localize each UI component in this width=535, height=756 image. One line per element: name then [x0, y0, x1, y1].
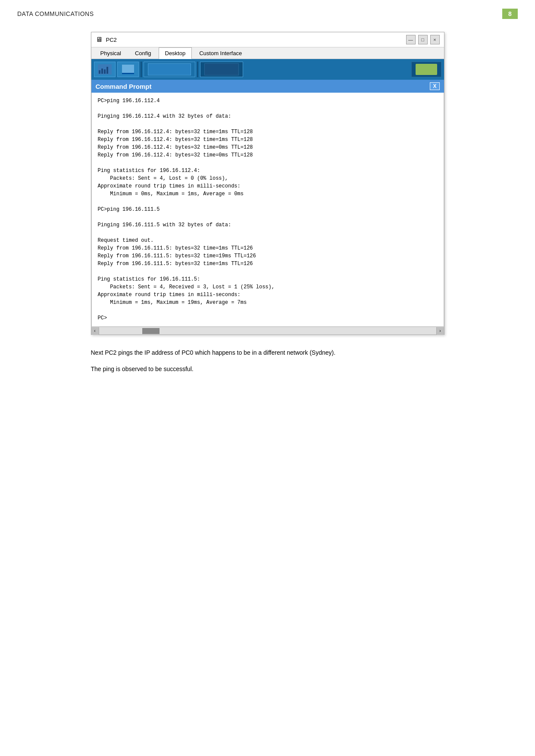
page-title: DATA COMMUNICATIONS	[17, 10, 94, 17]
tab-custom-interface[interactable]: Custom Interface	[193, 47, 248, 59]
cmd-line: Minimum = 1ms, Maximum = 19ms, Average =…	[98, 299, 438, 306]
title-bar-left: 🖥 PC2	[96, 36, 117, 44]
toolbar-divider-2	[197, 62, 198, 77]
toolbar-end	[411, 62, 441, 77]
cmd-line	[98, 198, 438, 206]
command-prompt-close[interactable]: X	[430, 82, 439, 90]
cmd-line: Approximate round trip times in milli-se…	[98, 182, 438, 190]
cmd-line: Packets: Sent = 4, Lost = 0 (0% loss),	[98, 175, 438, 182]
cmd-line: PC>ping 196.16.112.4	[98, 97, 438, 105]
page-header: DATA COMMUNICATIONS 8	[17, 9, 518, 19]
cmd-line: Reply from 196.16.111.5: bytes=32 time=1…	[98, 260, 438, 268]
command-prompt-body[interactable]: PC>ping 196.16.112.4 Pinging 196.16.112.…	[91, 93, 444, 327]
cmd-line: Ping statistics for 196.16.112.4:	[98, 167, 438, 175]
cmd-line: Pinging 196.16.112.4 with 32 bytes of da…	[98, 112, 438, 120]
cmd-line: PC>ping 196.16.111.5	[98, 206, 438, 213]
paragraph-1: Next PC2 pings the IP address of PC0 whi…	[91, 348, 444, 358]
bottom-scrollbar[interactable]: ‹ ›	[91, 327, 444, 334]
cmd-line	[98, 159, 438, 167]
cmd-line: Reply from 196.16.112.4: bytes=32 time=0…	[98, 144, 438, 151]
cmd-line	[98, 120, 438, 128]
cmd-line: Reply from 196.16.111.5: bytes=32 time=1…	[98, 252, 438, 260]
page-number: 8	[502, 9, 518, 19]
tab-desktop[interactable]: Desktop	[159, 47, 192, 59]
cmd-line: Reply from 196.16.112.4: bytes=32 time=1…	[98, 136, 438, 144]
toolbar-divider	[141, 62, 142, 77]
toolbar-btn-2[interactable]	[117, 62, 139, 77]
toolbar-middle	[144, 62, 195, 77]
cmd-line: Reply from 196.16.111.5: bytes=32 time=1…	[98, 244, 438, 252]
toolbar-btn-1[interactable]	[94, 62, 116, 77]
window-controls: — □ ×	[406, 35, 440, 44]
cmd-line: Reply from 196.16.112.4: bytes=32 time=1…	[98, 128, 438, 136]
cmd-line	[98, 213, 438, 221]
command-prompt-container: Command Prompt X PC>ping 196.16.112.4 Pi…	[91, 80, 444, 327]
cmd-line: Approximate round trip times in milli-se…	[98, 291, 438, 299]
cmd-line: PC>	[98, 314, 438, 322]
maximize-button[interactable]: □	[418, 35, 428, 44]
tab-bar: Physical Config Desktop Custom Interface	[91, 47, 444, 59]
cmd-line: Reply from 196.16.112.4: bytes=32 time=0…	[98, 151, 438, 159]
tab-physical[interactable]: Physical	[94, 47, 128, 59]
minimize-button[interactable]: —	[406, 35, 416, 44]
scroll-right-button[interactable]: ›	[436, 327, 444, 335]
close-button[interactable]: ×	[430, 35, 440, 44]
scroll-track[interactable]	[99, 327, 436, 334]
title-bar: 🖥 PC2 — □ ×	[91, 32, 444, 47]
simulator-window: 🖥 PC2 — □ × Physical Config Desktop Cust…	[91, 32, 444, 335]
cmd-line: Ping statistics for 196.16.111.5:	[98, 275, 438, 283]
cmd-line	[98, 268, 438, 275]
paragraph-2: The ping is observed to be successful.	[91, 364, 444, 375]
command-prompt-title: Command Prompt	[96, 83, 152, 90]
toolbar-right	[200, 62, 243, 77]
scroll-left-button[interactable]: ‹	[91, 327, 99, 335]
toolbar	[91, 59, 444, 80]
cmd-line: Request timed out.	[98, 237, 438, 244]
cmd-line	[98, 229, 438, 237]
cmd-line: Minimum = 0ms, Maximum = 1ms, Average = …	[98, 190, 438, 198]
pc-icon: 🖥	[96, 36, 103, 44]
scroll-thumb[interactable]	[142, 328, 160, 334]
cmd-line	[98, 306, 438, 314]
tab-config[interactable]: Config	[128, 47, 158, 59]
window-title: PC2	[106, 37, 117, 43]
cmd-line	[98, 105, 438, 112]
cmd-line: Pinging 196.16.111.5 with 32 bytes of da…	[98, 221, 438, 229]
command-prompt-title-bar: Command Prompt X	[91, 80, 444, 93]
cmd-line: Packets: Sent = 4, Received = 3, Lost = …	[98, 283, 438, 291]
